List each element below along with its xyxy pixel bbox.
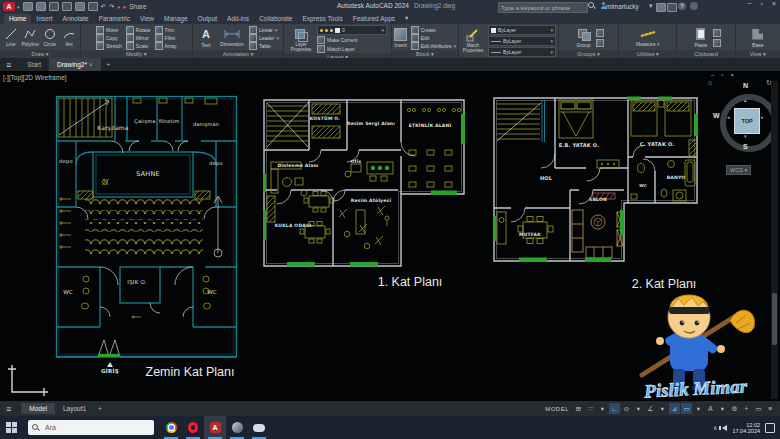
layer-selector[interactable]: 0 ▾ xyxy=(317,25,387,35)
taskbar-search[interactable] xyxy=(28,420,154,435)
osnap-dropdown-icon[interactable]: ▾ xyxy=(693,403,704,414)
dimension-tool[interactable]: Dimension xyxy=(219,28,245,47)
taskbar-app4[interactable] xyxy=(226,416,248,439)
linear-tool[interactable]: Linear ▾ xyxy=(249,26,279,34)
arc-tool[interactable]: Arc xyxy=(61,28,79,47)
osnap-tracking-icon[interactable]: ⊿ xyxy=(669,403,680,414)
tray-expand-icon[interactable]: ∧ xyxy=(713,424,717,431)
open-file-icon[interactable] xyxy=(36,2,46,11)
model-tab[interactable]: Model xyxy=(21,403,55,414)
linetype-control[interactable]: ByLayer▾ xyxy=(488,47,556,57)
clipboard-panel-label[interactable]: Clipboard xyxy=(677,50,734,58)
print-icon[interactable] xyxy=(88,2,98,11)
copy-clip-icon[interactable] xyxy=(713,29,721,37)
plot-icon[interactable] xyxy=(75,2,85,11)
tab-featured-apps[interactable]: Featured Apps xyxy=(348,14,400,24)
make-current-tool[interactable]: Make Current xyxy=(317,36,387,44)
viewport-controls-label[interactable]: [-][Top][2D Wireframe] xyxy=(3,74,67,81)
viewcube-right-arrow-icon[interactable]: ▸ xyxy=(761,114,764,120)
annotation-panel-label[interactable]: Annotation ▾ xyxy=(193,50,284,58)
modify-panel-label[interactable]: Modify ▾ xyxy=(81,50,192,58)
drawing-tab[interactable]: Drawing2* × xyxy=(49,58,101,71)
polar-dropdown-icon[interactable]: ▾ xyxy=(633,403,644,414)
start-button[interactable] xyxy=(6,422,18,434)
ungroup-icon[interactable] xyxy=(596,29,604,37)
tab-parametric[interactable]: Parametric xyxy=(94,14,135,24)
cut-icon[interactable] xyxy=(713,39,721,47)
color-control[interactable]: ByLayer▾ xyxy=(488,25,556,35)
autocad-app-icon[interactable]: A xyxy=(3,2,15,11)
taskbar-app5[interactable] xyxy=(248,416,270,439)
layout-menu-icon[interactable]: ≡ xyxy=(6,404,11,414)
app-store-icon[interactable] xyxy=(667,3,677,12)
app-menu-dropdown-icon[interactable]: ▾ xyxy=(17,4,20,10)
viewcube-west[interactable]: W xyxy=(713,112,720,119)
layer-properties-tool[interactable]: Layer Properties xyxy=(288,27,314,52)
fillet-tool[interactable]: Fillet xyxy=(155,34,177,42)
save-icon[interactable] xyxy=(49,2,59,11)
isolate-objects-icon[interactable]: ▭ xyxy=(753,403,764,414)
insert-tool[interactable]: Insert xyxy=(394,27,408,48)
save-as-icon[interactable] xyxy=(62,2,72,11)
undo-icon[interactable]: ↶ xyxy=(101,3,106,11)
tab-express-tools[interactable]: Express Tools xyxy=(297,14,347,24)
new-drawing-tab-icon[interactable]: + xyxy=(107,61,111,68)
edit-attributes-tool[interactable]: Edit Attributes ▾ xyxy=(411,42,456,50)
paste-tool[interactable]: Paste xyxy=(691,27,711,48)
match-properties-tool[interactable]: Match Properties xyxy=(461,29,485,53)
annotation-monitor-icon[interactable]: + xyxy=(741,403,752,414)
viewcube-left-arrow-icon[interactable]: ◂ xyxy=(727,114,730,120)
grid-toggle-icon[interactable]: ⊞ xyxy=(573,403,584,414)
help-search-input[interactable] xyxy=(498,2,588,13)
osnap-toggle-icon[interactable]: ▭ xyxy=(681,403,692,414)
table-tool[interactable]: Table xyxy=(249,42,279,50)
maximize-button[interactable]: ▫ xyxy=(760,0,762,7)
snap-dropdown-icon[interactable]: ▾ xyxy=(597,403,608,414)
block-edit-tool[interactable]: Edit xyxy=(411,34,456,42)
layout1-tab[interactable]: Layout1 xyxy=(55,403,94,414)
viewcube-up-arrow-icon[interactable]: ▴ xyxy=(744,97,747,103)
polar-tracking-icon[interactable]: ⊙ xyxy=(621,403,632,414)
model-space-indicator[interactable]: MODEL xyxy=(545,406,569,412)
qat-dropdown-icon[interactable]: ▾ xyxy=(117,4,120,10)
start-tab[interactable]: Start xyxy=(19,58,49,71)
cart-icon[interactable] xyxy=(656,3,666,12)
customization-menu-icon[interactable]: ≡ xyxy=(765,403,776,414)
viewcube-north[interactable]: N xyxy=(743,82,748,89)
draw-panel-label[interactable]: Draw ▾ xyxy=(0,50,80,58)
drawing-canvas[interactable]: [-][Top][2D Wireframe] − ▫ × xyxy=(0,71,780,401)
wcs-dropdown[interactable]: WCS ▾ xyxy=(726,165,751,175)
leader-tool[interactable]: Leader ▾ xyxy=(249,34,279,42)
block-panel-label[interactable]: Block ▾ xyxy=(392,50,458,58)
array-tool[interactable]: Array xyxy=(155,42,177,50)
workspace-settings-icon[interactable]: ⚙ xyxy=(729,403,740,414)
polyline-tool[interactable]: Polyline xyxy=(22,28,40,47)
text-tool[interactable]: A Text xyxy=(197,27,215,48)
notification-center-icon[interactable] xyxy=(765,423,775,433)
group-tool[interactable]: Group xyxy=(574,27,594,48)
volume-icon[interactable] xyxy=(722,425,727,431)
view-panel-label[interactable]: View ▾ xyxy=(736,50,780,58)
file-menu-icon[interactable]: ≡ xyxy=(6,60,11,70)
viewcube-home-icon[interactable]: ⌂ xyxy=(708,79,712,86)
annotation-visibility-icon[interactable]: A xyxy=(705,403,716,414)
viewcube-south[interactable]: S xyxy=(743,143,748,150)
username[interactable]: mimarlucky xyxy=(606,3,639,10)
user-dropdown-icon[interactable]: ▾ xyxy=(649,2,653,10)
share-button[interactable]: Share xyxy=(129,3,146,10)
isodraft-dropdown-icon[interactable]: ▾ xyxy=(657,403,668,414)
ribbon-options-dropdown-icon[interactable]: ▾ xyxy=(400,13,413,24)
taskbar-opera[interactable] xyxy=(182,416,204,439)
tab-home[interactable]: Home xyxy=(4,14,31,24)
new-layout-icon[interactable]: + xyxy=(98,405,102,412)
new-file-icon[interactable] xyxy=(23,2,33,11)
taskbar-search-input[interactable] xyxy=(43,423,137,432)
isodraft-icon[interactable]: ∠ xyxy=(645,403,656,414)
search-icon[interactable] xyxy=(588,2,596,10)
vp-minimize-icon[interactable]: − xyxy=(711,72,715,78)
snap-toggle-icon[interactable]: ∷ xyxy=(585,403,596,414)
taskbar-chrome[interactable] xyxy=(160,416,182,439)
block-create-tool[interactable]: Create xyxy=(411,26,456,34)
minimize-button[interactable]: − xyxy=(747,0,751,7)
base-tool[interactable]: Base xyxy=(748,27,768,48)
